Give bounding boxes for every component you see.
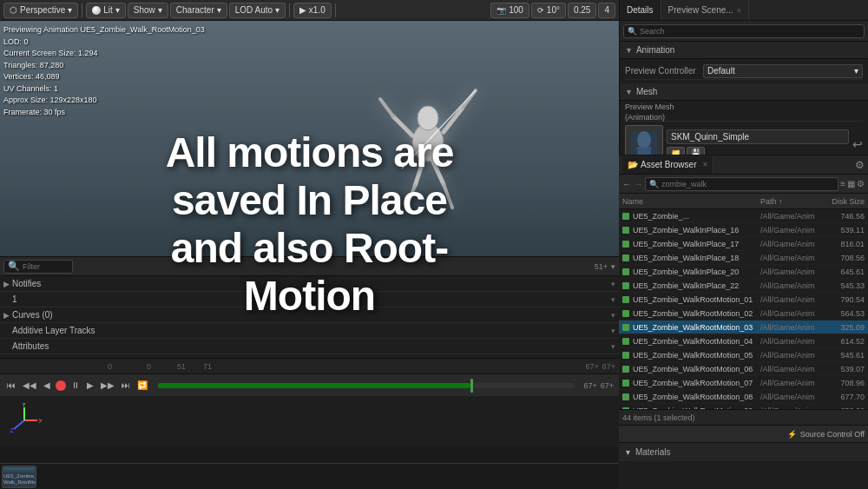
asset-browser-row[interactable]: UE5_Zombie_WalkRootMotion_09 /All/Game/A… xyxy=(619,404,868,409)
asset-color-dot xyxy=(622,227,629,234)
stat-line: Approx Size: 129x228x180 xyxy=(3,95,205,107)
perspective-btn[interactable]: ⬡ Perspective ▾ xyxy=(3,3,78,18)
tab-details[interactable]: Details xyxy=(620,0,661,20)
asset-path: /All/Game/Anim xyxy=(760,365,821,373)
ab-nav-back-btn[interactable]: ← xyxy=(622,179,632,189)
track-name: Additive Layer Tracks xyxy=(12,326,611,335)
overlay-line1: All motions are saved In Place xyxy=(155,129,464,224)
ab-search-input[interactable] xyxy=(661,180,834,188)
asset-browser-tab[interactable]: 📂 Asset Browser × xyxy=(622,156,713,174)
tab-preview-scene[interactable]: Preview Scene... × xyxy=(661,0,749,20)
asset-name: UE5_Zombie_... xyxy=(633,212,760,221)
asset-browser-row[interactable]: UE5_Zombie_WalkInPlace_22 /All/Game/Anim… xyxy=(619,279,868,293)
asset-path: /All/Game/Anim xyxy=(760,295,821,304)
asset-color-dot xyxy=(622,268,629,275)
show-btn[interactable]: Show ▾ xyxy=(128,3,168,18)
track-row[interactable]: Additive Layer Tracks ▾ xyxy=(0,323,619,339)
asset-browser-row[interactable]: UE5_Zombie_WalkRootMotion_02 /All/Game/A… xyxy=(619,307,868,320)
play-btn[interactable]: ▶ x1.0 xyxy=(293,3,332,18)
asset-browser-row[interactable]: UE5_Zombie_WalkRootMotion_05 /All/Game/A… xyxy=(619,348,868,362)
asset-browser-row[interactable]: UE5_Zombie_WalkRootMotion_08 /All/Game/A… xyxy=(619,390,868,404)
ab-settings-btn[interactable]: ⚙ xyxy=(855,159,865,171)
track-arrow-icon: ▾ xyxy=(611,295,615,304)
step-fwd-btn[interactable]: ▶▶ xyxy=(99,380,116,390)
track-row[interactable]: Attributes ▾ xyxy=(0,339,619,354)
loop-btn[interactable]: 🔁 xyxy=(135,380,149,390)
svg-text:Z: Z xyxy=(10,426,14,434)
go-end-btn[interactable]: ⏭ xyxy=(120,380,132,390)
prev-frame-btn[interactable]: ◀ xyxy=(42,380,52,390)
ab-nav-fwd-btn[interactable]: → xyxy=(634,179,643,189)
filter-box[interactable]: 🔍 xyxy=(3,260,73,274)
col-name-header: Name xyxy=(622,197,760,206)
asset-path: /All/Game/Anim xyxy=(760,254,821,262)
stat-line: Vertices: 46,089 xyxy=(3,71,205,83)
step-back-btn[interactable]: ◀◀ xyxy=(21,380,38,390)
next-frame-btn[interactable]: ▶ xyxy=(85,380,95,390)
camera-100-btn[interactable]: 📷 100 xyxy=(490,3,529,18)
asset-size: 746.56 xyxy=(821,212,865,221)
asset-browser-row[interactable]: UE5_Zombie_WalkRootMotion_01 /All/Game/A… xyxy=(619,293,868,307)
thumbnail-item[interactable]: UE5_Zombie_ Walk_RootMot... xyxy=(2,466,36,488)
ab-view-options-btn[interactable]: ≡ xyxy=(840,179,845,188)
angle-btn[interactable]: ⟳ 10° xyxy=(531,3,566,18)
timeline-mid: 0 xyxy=(147,362,151,371)
axis-indicator: X Y Z xyxy=(7,403,42,439)
stat-line: Current Screen Size: 1.294 xyxy=(3,48,205,60)
ab-settings2-btn[interactable]: ⚙ xyxy=(857,179,865,188)
chevron-down-icon: ▾ xyxy=(158,5,162,15)
asset-browser-row[interactable]: UE5_Zombie_WalkInPlace_20 /All/Game/Anim… xyxy=(619,265,868,279)
col-path-header[interactable]: Path ↑ xyxy=(760,197,821,206)
asset-browser-search[interactable]: 🔍 xyxy=(645,177,838,191)
preview-scene-close-icon[interactable]: × xyxy=(737,6,741,15)
animation-section-header[interactable]: ▼ Animation xyxy=(620,42,868,59)
record-btn[interactable] xyxy=(56,380,66,391)
filter-input[interactable] xyxy=(23,262,75,271)
separator xyxy=(289,3,290,17)
preview-controller-dropdown[interactable]: Default ▾ xyxy=(703,64,863,78)
details-tab-label: Details xyxy=(627,5,654,15)
asset-browser-row[interactable]: UE5_Zombie_WalkInPlace_17 /All/Game/Anim… xyxy=(619,237,868,251)
asset-path: /All/Game/Anim xyxy=(760,268,821,276)
preview-scene-tab-label: Preview Scene... xyxy=(668,5,733,15)
asset-browser-row[interactable]: UE5_Zombie_WalkRootMotion_06 /All/Game/A… xyxy=(619,362,868,376)
asset-browser-row[interactable]: UE5_Zombie_WalkRootMotion_03 /All/Game/A… xyxy=(619,320,868,334)
lit-btn[interactable]: Lit ▾ xyxy=(86,3,126,18)
btn-100-label: 100 xyxy=(509,5,523,15)
btn-4-label: 4 xyxy=(604,5,609,15)
viewport-btn[interactable]: 4 xyxy=(598,3,615,18)
thumb-image xyxy=(3,467,35,474)
details-search-box[interactable]: 🔍 xyxy=(623,24,865,38)
ab-filter-btn[interactable]: ▦ xyxy=(847,179,855,188)
scale-btn[interactable]: 0.25 xyxy=(568,3,596,18)
asset-size: 325.09 xyxy=(821,323,865,332)
mesh-section-header[interactable]: ▼ Mesh xyxy=(620,83,868,101)
asset-browser-row[interactable]: UE5_Zombie_WalkRootMotion_07 /All/Game/A… xyxy=(619,376,868,390)
asset-color-dot xyxy=(622,393,629,400)
asset-path: /All/Game/Anim xyxy=(760,323,821,332)
asset-browser-row[interactable]: UE5_Zombie_... /All/Game/Anim 746.56 xyxy=(619,209,868,223)
asset-browser-row[interactable]: UE5_Zombie_WalkRootMotion_04 /All/Game/A… xyxy=(619,334,868,348)
asset-browser-row[interactable]: UE5_Zombie_WalkInPlace_16 /All/Game/Anim… xyxy=(619,223,868,237)
source-control-label[interactable]: Source Control Off xyxy=(800,430,865,439)
go-start-btn[interactable]: ⏮ xyxy=(5,380,17,390)
asset-name: UE5_Zombie_WalkInPlace_22 xyxy=(633,281,760,290)
asset-path: /All/Game/Anim xyxy=(760,309,821,318)
timeline-71: 71 xyxy=(203,362,212,371)
timeline-scrub[interactable] xyxy=(158,383,575,388)
asset-browser-row[interactable]: UE5_Zombie_WalkInPlace_18 /All/Game/Anim… xyxy=(619,251,868,265)
lod-label: LOD Auto xyxy=(235,5,273,15)
lod-btn[interactable]: LOD Auto ▾ xyxy=(229,3,286,18)
chevron-down-icon: ▾ xyxy=(115,5,120,15)
asset-browser-close-icon[interactable]: × xyxy=(702,160,707,169)
asset-color-dot xyxy=(622,310,629,317)
details-search-input[interactable] xyxy=(640,27,860,36)
asset-size: 545.61 xyxy=(821,351,865,360)
details-search-bar: 🔍 xyxy=(620,21,868,42)
mesh-section-label: Mesh xyxy=(636,87,657,96)
reset-mesh-btn[interactable]: ↩ xyxy=(852,137,863,151)
play-pause-btn[interactable]: ⏸ xyxy=(69,380,82,390)
materials-bar: ▼ Materials xyxy=(619,442,868,461)
character-btn[interactable]: Character ▾ xyxy=(170,3,227,18)
right-panel-tabs: Details Preview Scene... × xyxy=(620,0,868,21)
